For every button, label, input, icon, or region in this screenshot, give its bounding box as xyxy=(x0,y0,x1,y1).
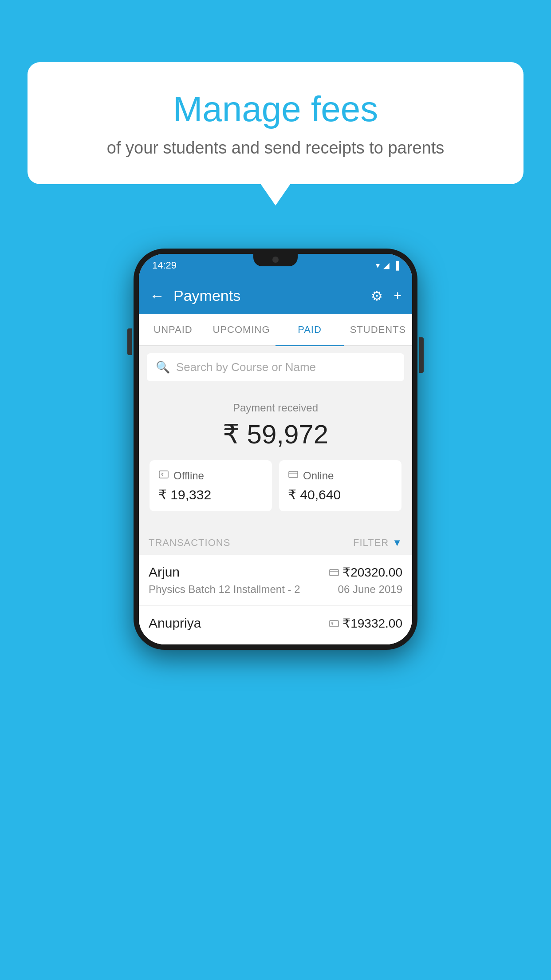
tabs: UNPAID UPCOMING PAID STUDENTS xyxy=(139,314,412,346)
filter-button[interactable]: FILTER ▼ xyxy=(353,537,402,549)
volume-button xyxy=(127,328,132,355)
speech-bubble-container: Manage fees of your students and send re… xyxy=(28,62,523,184)
online-label: Online xyxy=(303,470,334,482)
payment-received-amount: ₹ 59,972 xyxy=(148,419,403,450)
filter-icon: ▼ xyxy=(392,537,402,549)
transaction-amount-arjun: ₹20320.00 xyxy=(329,565,402,580)
transaction-date-arjun: 06 June 2019 xyxy=(338,583,402,596)
offline-card: ₹ Offline ₹ 19,332 xyxy=(150,460,272,511)
search-container: 🔍 Search by Course or Name xyxy=(139,346,412,388)
wifi-icon: ▾ xyxy=(376,261,380,270)
bubble-subtitle: of your students and send receipts to pa… xyxy=(54,138,497,158)
transactions-label: TRANSACTIONS xyxy=(149,537,230,549)
transaction-amount-anupriya: ₹ ₹19332.00 xyxy=(329,616,402,631)
search-bar[interactable]: 🔍 Search by Course or Name xyxy=(147,353,404,381)
svg-text:₹: ₹ xyxy=(331,622,334,626)
svg-rect-2 xyxy=(289,471,298,478)
transaction-item-arjun[interactable]: Arjun ₹20320.00 Physics Batch 12 Install… xyxy=(139,555,412,606)
transaction-row1-arjun: Arjun ₹20320.00 xyxy=(149,565,402,580)
settings-icon[interactable]: ⚙ xyxy=(371,288,383,304)
transaction-item-anupriya[interactable]: Anupriya ₹ ₹19332.00 xyxy=(139,606,412,644)
course-info-arjun: Physics Batch 12 Installment - 2 xyxy=(149,583,300,596)
signal-icon: ◢ xyxy=(383,261,390,270)
search-placeholder: Search by Course or Name xyxy=(176,360,316,374)
filter-label: FILTER xyxy=(353,537,389,549)
online-amount: ₹ 40,640 xyxy=(288,487,393,502)
online-card-header: Online xyxy=(288,469,393,482)
phone-screen: 14:29 ▾ ◢ ▐ ← Payments ⚙ + UNPAID UPCOMI… xyxy=(139,254,412,644)
transaction-row1-anupriya: Anupriya ₹ ₹19332.00 xyxy=(149,616,402,631)
payment-received-label: Payment received xyxy=(148,402,403,414)
student-name-anupriya: Anupriya xyxy=(149,616,201,631)
online-icon xyxy=(288,469,299,482)
payment-received-section: Payment received ₹ 59,972 ₹ Offline xyxy=(139,388,412,529)
svg-text:₹: ₹ xyxy=(161,472,164,477)
status-time: 14:29 xyxy=(152,260,177,271)
back-button[interactable]: ← xyxy=(150,287,165,304)
offline-amount: ₹ 19,332 xyxy=(158,487,263,502)
transaction-row2-arjun: Physics Batch 12 Installment - 2 06 June… xyxy=(149,583,402,596)
tab-paid[interactable]: PAID xyxy=(276,314,344,345)
tab-unpaid[interactable]: UNPAID xyxy=(139,314,207,345)
payment-type-icon-arjun xyxy=(329,565,339,579)
payment-cards: ₹ Offline ₹ 19,332 xyxy=(148,460,403,520)
app-bar-icons: ⚙ + xyxy=(371,288,401,304)
tab-upcoming[interactable]: UPCOMING xyxy=(207,314,276,345)
bubble-title: Manage fees xyxy=(54,89,497,130)
offline-label: Offline xyxy=(173,470,204,482)
phone-frame: 14:29 ▾ ◢ ▐ ← Payments ⚙ + UNPAID UPCOMI… xyxy=(134,249,417,650)
transactions-header: TRANSACTIONS FILTER ▼ xyxy=(139,529,412,555)
notch xyxy=(253,254,298,266)
app-bar: ← Payments ⚙ + xyxy=(139,277,412,314)
online-card: Online ₹ 40,640 xyxy=(279,460,401,511)
status-icons: ▾ ◢ ▐ xyxy=(376,261,399,270)
camera xyxy=(272,257,279,263)
payment-type-icon-anupriya: ₹ xyxy=(329,616,339,630)
svg-rect-4 xyxy=(330,569,338,576)
app-bar-title: Payments xyxy=(173,287,362,304)
offline-icon: ₹ xyxy=(158,469,169,482)
battery-icon: ▐ xyxy=(393,261,399,270)
power-button xyxy=(419,337,424,373)
status-bar: 14:29 ▾ ◢ ▐ xyxy=(139,254,412,277)
tab-students[interactable]: STUDENTS xyxy=(344,314,412,345)
offline-card-header: ₹ Offline xyxy=(158,469,263,482)
search-icon: 🔍 xyxy=(156,360,170,374)
speech-bubble: Manage fees of your students and send re… xyxy=(28,62,523,184)
add-icon[interactable]: + xyxy=(394,288,401,303)
student-name-arjun: Arjun xyxy=(149,565,180,580)
